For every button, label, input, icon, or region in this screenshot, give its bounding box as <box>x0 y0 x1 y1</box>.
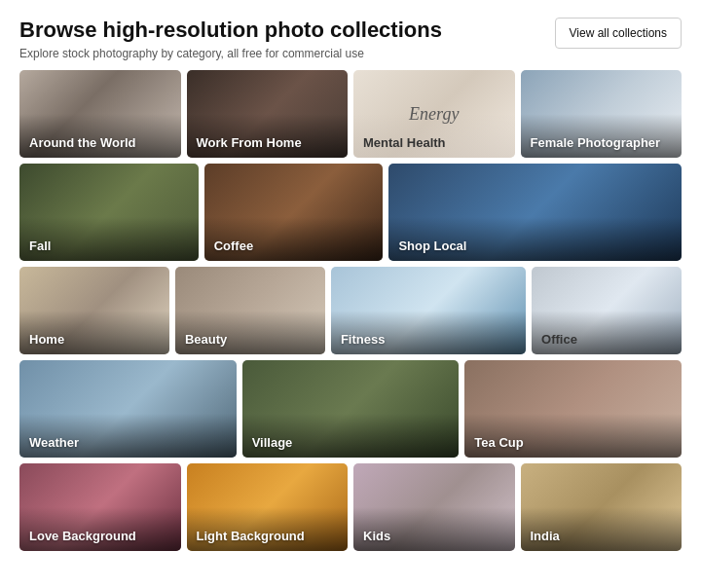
page-header: Browse high-resolution photo collections… <box>0 0 701 70</box>
grid-row-3: Home Beauty Fitness Office <box>19 267 682 354</box>
page-subtitle: Explore stock photography by category, a… <box>19 47 442 60</box>
tile-shop-local[interactable]: Shop Local <box>388 164 682 261</box>
tile-label-kids: Kids <box>353 507 515 551</box>
grid-row-4: Weather Village Tea Cup <box>19 360 682 458</box>
collections-grid: Around the World Work From Home Energy M… <box>0 70 701 561</box>
tile-label-fall: Fall <box>19 217 199 261</box>
tile-label-light-background: Light Background <box>187 507 349 551</box>
tile-label-work-from-home: Work From Home <box>187 114 349 158</box>
tile-india[interactable]: India <box>521 463 683 551</box>
tile-home[interactable]: Home <box>19 267 169 354</box>
tile-village[interactable]: Village <box>242 360 460 458</box>
tile-tea-cup[interactable]: Tea Cup <box>464 360 682 458</box>
tile-coffee[interactable]: Coffee <box>204 164 384 261</box>
tile-fitness[interactable]: Fitness <box>331 267 526 354</box>
view-all-button[interactable]: View all collections <box>555 18 683 49</box>
tile-love-background[interactable]: Love Background <box>19 463 181 551</box>
tile-kids[interactable]: Kids <box>353 463 515 551</box>
tile-label-home: Home <box>19 311 169 354</box>
grid-row-2: Fall Coffee Shop Local <box>19 164 682 261</box>
tile-label-india: India <box>521 507 683 551</box>
tile-office[interactable]: Office <box>532 267 682 354</box>
tile-work-from-home[interactable]: Work From Home <box>187 70 349 158</box>
tile-label-tea-cup: Tea Cup <box>464 414 682 458</box>
tile-label-female-photographer: Female Photographer <box>521 114 683 158</box>
tile-mental-health[interactable]: Energy Mental Health <box>353 70 515 158</box>
tile-label-village: Village <box>242 414 460 458</box>
grid-row-5: Love Background Light Background Kids In… <box>19 463 682 551</box>
page-title: Browse high-resolution photo collections <box>19 18 442 43</box>
tile-label-mental-health: Mental Health <box>353 114 515 158</box>
tile-label-around-world: Around the World <box>19 114 181 158</box>
tile-light-background[interactable]: Light Background <box>187 463 349 551</box>
tile-label-love-background: Love Background <box>19 507 181 551</box>
tile-weather[interactable]: Weather <box>19 360 237 458</box>
tile-label-beauty: Beauty <box>175 311 325 354</box>
tile-label-weather: Weather <box>19 414 237 458</box>
tile-around-world[interactable]: Around the World <box>19 70 181 158</box>
tile-label-office: Office <box>532 311 682 354</box>
tile-female-photographer[interactable]: Female Photographer <box>521 70 683 158</box>
tile-beauty[interactable]: Beauty <box>175 267 325 354</box>
tile-label-shop-local: Shop Local <box>388 217 682 261</box>
tile-label-coffee: Coffee <box>204 217 384 261</box>
tile-fall[interactable]: Fall <box>19 164 199 261</box>
grid-row-1: Around the World Work From Home Energy M… <box>19 70 682 158</box>
tile-label-fitness: Fitness <box>331 311 526 354</box>
